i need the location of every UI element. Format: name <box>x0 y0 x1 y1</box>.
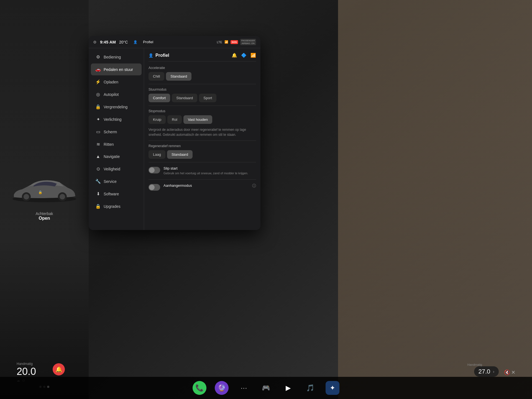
temp-value: 27.0 <box>479 368 490 375</box>
sidebar-item-autopilot[interactable]: ◎ Autopilot <box>91 88 142 100</box>
sidebar-label-ritten: Ritten <box>104 142 114 147</box>
sidebar-item-pedalen[interactable]: 🚗 Pedalen en stuur <box>91 63 142 75</box>
svg-point-4 <box>60 194 65 200</box>
slip-start-label: Slip start Gebruik om het voertuig uit s… <box>163 166 256 175</box>
regeneratief-standaard[interactable]: Standaard <box>167 150 193 159</box>
aanhanger-toggle[interactable] <box>149 184 160 191</box>
sidebar-item-vergrendeling[interactable]: 🔒 Vergrendeling <box>91 101 142 113</box>
opladen-icon: ⚡ <box>95 79 101 85</box>
alert-icon[interactable]: 🔔 <box>53 363 65 375</box>
tesla-icon: ⚙ <box>93 40 97 44</box>
settings-panel: 👤 Profiel 🔔 🔷 📶 Acceleratie Chill Standa… <box>144 48 260 230</box>
stuurmodus-buttons: Comfort Standaard Sport <box>149 94 256 102</box>
sidebar-item-bediening[interactable]: ⚙ Bediening <box>91 51 142 63</box>
passenger-badge: PASSENGERAIRBAG: ON <box>240 39 256 45</box>
navigatie-icon: ▲ <box>95 154 101 159</box>
aanhanger-info-icon[interactable]: ⓘ <box>252 183 256 188</box>
status-right: LTE 📶 SOS PASSENGERAIRBAG: ON <box>217 39 256 45</box>
slip-start-desc: Gebruik om het voertuig uit sneeuw, zand… <box>163 171 256 175</box>
sidebar-item-opladen[interactable]: ⚡ Opladen <box>91 76 142 88</box>
aanhanger-row: Aanhangermodus ⓘ <box>149 183 256 191</box>
sidebar-item-scherm[interactable]: ▭ Scherm <box>91 126 142 138</box>
vergrendeling-icon: 🔒 <box>95 104 101 109</box>
trunk-label: Achterbak <box>35 211 53 216</box>
stopmodus-vast[interactable]: Vast houden <box>183 115 212 124</box>
dock-bluetooth[interactable]: ✦ <box>326 381 339 395</box>
divider-4 <box>149 162 256 162</box>
stopmodus-rol[interactable]: Rol <box>167 115 182 124</box>
ritten-icon: ≋ <box>95 142 101 147</box>
stuurmodus-section: Stuurmodus Comfort Standaard Sport <box>149 88 256 102</box>
dock-media[interactable]: ▶ <box>281 381 295 395</box>
stopmodus-description: Vergroot de actieradius door meer regene… <box>149 127 256 137</box>
bluetooth-icon[interactable]: 🔷 <box>241 53 247 58</box>
veiligheid-icon: ⊙ <box>95 166 101 172</box>
status-temp: 20°C <box>119 40 128 44</box>
sidebar-item-verlichting[interactable]: ✦ Verlichting <box>91 113 142 125</box>
dock-more[interactable]: ··· <box>237 381 251 395</box>
service-icon: 🔧 <box>95 179 101 184</box>
signal-icon: 📶 <box>224 40 228 44</box>
sidebar-item-upgrades[interactable]: 🔒 Upgrades <box>91 200 142 212</box>
regeneratief-label: Regeneratief remmen <box>149 144 256 148</box>
slip-start-toggle[interactable] <box>149 167 160 173</box>
regeneratief-buttons: Laag Standaard <box>149 150 256 159</box>
panel-title: Profiel <box>155 53 169 58</box>
pedalen-icon: 🚗 <box>95 67 101 72</box>
dock-phone[interactable]: 📞 <box>193 381 206 395</box>
sidebar-label-upgrades: Upgrades <box>104 204 121 209</box>
regeneratief-laag[interactable]: Laag <box>149 150 165 159</box>
dock-music[interactable]: 🎵 <box>303 381 317 395</box>
lte-text: LTE <box>217 40 222 44</box>
sidebar-label-verlichting: Verlichting <box>104 117 122 122</box>
profile-icon: 👤 <box>133 40 137 44</box>
temp-bar: 27.0 › <box>474 366 499 377</box>
sidebar-label-autopilot: Autopilot <box>104 92 119 97</box>
slip-start-row: Slip start Gebruik om het voertuig uit s… <box>149 166 256 175</box>
acceleratie-chill[interactable]: Chill <box>149 72 164 81</box>
speed-label: Handmatig <box>17 362 36 366</box>
divider-3 <box>149 140 256 141</box>
sidebar-item-ritten[interactable]: ≋ Ritten <box>91 138 142 150</box>
stuurmodus-comfort[interactable]: Comfort <box>149 94 170 102</box>
sidebar-item-service[interactable]: 🔧 Service <box>91 175 142 187</box>
stuurmodus-standaard[interactable]: Standaard <box>172 94 197 102</box>
stuurmodus-label: Stuurmodus <box>149 88 256 91</box>
status-bar: ⚙ 9:45 AM 20°C 👤 Profiel LTE 📶 SOS PASSE… <box>89 36 260 48</box>
acceleratie-buttons: Chill Standaard <box>149 72 256 81</box>
acceleratie-standaard[interactable]: Standaard <box>166 72 191 81</box>
car-silhouette: ⚡ 🔒 <box>8 173 80 206</box>
sidebar-item-veiligheid[interactable]: ⊙ Veiligheid <box>91 163 142 175</box>
verlichting-icon: ✦ <box>95 117 101 122</box>
bell-icon[interactable]: 🔔 <box>232 53 237 58</box>
panel-icons: 🔔 🔷 📶 <box>232 53 256 58</box>
svg-point-2 <box>24 194 29 200</box>
divider-1 <box>149 84 256 84</box>
bottom-dock: 📞 🔮 ··· 🎮 ▶ 🎵 ✦ <box>0 377 532 399</box>
close-icon[interactable]: ✕ <box>511 369 515 375</box>
sidebar: ⚙ Bediening 🚗 Pedalen en stuur ⚡ Opladen… <box>89 48 144 230</box>
volume-area: 🔇 ✕ <box>504 369 515 375</box>
status-profile: Profiel <box>143 40 153 44</box>
stopmodus-kruip[interactable]: Kruip <box>149 115 166 124</box>
main-content: ⚙ Bediening 🚗 Pedalen en stuur ⚡ Opladen… <box>89 48 260 230</box>
sidebar-label-service: Service <box>104 179 117 184</box>
tesla-screen: ⚙ 9:45 AM 20°C 👤 Profiel LTE 📶 SOS PASSE… <box>89 36 260 230</box>
trunk-status: Open <box>35 216 53 221</box>
sidebar-label-navigatie: Navigatie <box>104 154 120 159</box>
divider-5 <box>149 179 256 180</box>
dock-games[interactable]: 🎮 <box>259 381 273 395</box>
panel-user-icon: 👤 <box>149 53 153 58</box>
acceleratie-section: Acceleratie Chill Standaard <box>149 66 256 81</box>
autopilot-icon: ◎ <box>95 92 101 97</box>
status-time: 9:45 AM <box>100 40 116 44</box>
sidebar-item-navigatie[interactable]: ▲ Navigatie <box>91 151 142 162</box>
stuurmodus-sport[interactable]: Sport <box>199 94 216 102</box>
aanhanger-label: Aanhangermodus <box>163 183 249 188</box>
alert-area: 🔔 <box>53 363 65 375</box>
chevron-right-icon[interactable]: › <box>493 369 494 374</box>
upgrades-icon: 🔒 <box>95 204 101 209</box>
sidebar-item-software[interactable]: ⬇ Software <box>91 188 142 200</box>
volume-icon[interactable]: 🔇 <box>504 369 510 375</box>
dock-app[interactable]: 🔮 <box>215 381 229 395</box>
